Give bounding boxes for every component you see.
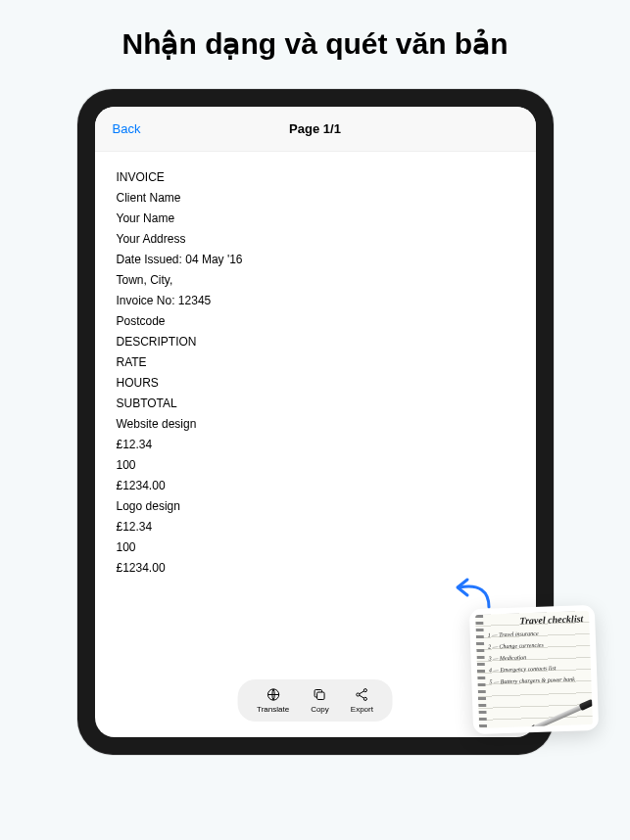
translate-label: Translate [257,705,289,714]
text-line: SUBTOTAL [117,394,514,414]
notepad-illustration: Travel checklist 1 — Travel insurance 2 … [475,611,593,728]
page-headline: Nhận dạng và quét văn bản [0,0,630,71]
text-line: £1234.00 [117,476,514,496]
text-line: £12.34 [117,517,514,537]
copy-icon [312,687,327,703]
note-item: 5 — Battery chargers & power bank [489,673,587,687]
export-label: Export [351,705,373,714]
nav-bar: Back Page 1/1 [95,107,536,152]
svg-point-3 [357,693,360,696]
scanned-text-content: INVOICE Client Name Your Name Your Addre… [95,152,536,737]
text-line: Postcode [117,311,514,332]
text-line: Website design [117,414,514,435]
text-line: Invoice No: 12345 [117,291,514,311]
text-line: Date Issued: 04 May '16 [117,250,514,270]
back-button[interactable]: Back [113,121,141,136]
globe-icon [266,687,281,703]
text-line: Logo design [117,496,514,517]
text-line: HOURS [117,373,514,394]
text-line: 100 [117,537,514,558]
svg-point-2 [364,689,367,692]
pen-illustration [514,696,593,728]
copy-button[interactable]: Copy [311,687,329,714]
svg-point-4 [364,697,367,700]
svg-rect-1 [317,692,325,700]
text-line: Client Name [117,188,514,209]
share-icon [354,687,369,703]
page-indicator: Page 1/1 [289,121,341,136]
bottom-toolbar: Translate Copy Export [237,679,393,722]
translate-button[interactable]: Translate [257,687,289,714]
note-list: 1 — Travel insurance 2 — Change currenci… [475,624,591,688]
text-line: DESCRIPTION [117,332,514,352]
text-line: Your Address [117,229,514,250]
source-photo-card: Travel checklist 1 — Travel insurance 2 … [469,605,599,734]
copy-label: Copy [311,705,329,714]
text-line: Your Name [117,209,514,229]
text-line: £12.34 [117,435,514,455]
text-line: Town, City, [117,270,514,291]
text-line: 100 [117,455,514,476]
text-line: INVOICE [117,167,514,188]
text-line: RATE [117,352,514,373]
export-button[interactable]: Export [351,687,373,714]
